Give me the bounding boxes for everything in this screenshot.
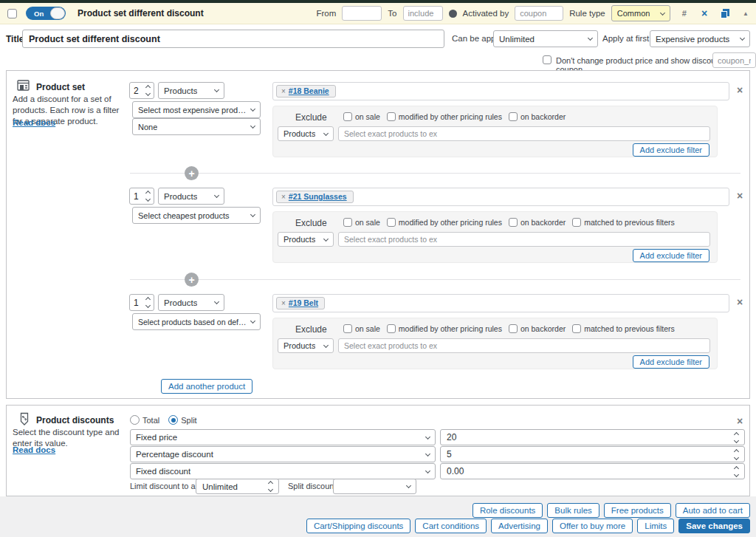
- discount-type-select[interactable]: Percentage discount: [130, 446, 436, 462]
- limits-button[interactable]: Limits: [637, 519, 674, 533]
- sort-method-select[interactable]: Select most expensive products: [132, 101, 261, 118]
- qty-stepper[interactable]: 1: [129, 188, 154, 205]
- remove-row-icon[interactable]: ×: [737, 297, 743, 307]
- exclude-checkboxes: on sale modified by other pricing rules …: [343, 324, 675, 333]
- remove-row-icon[interactable]: ×: [737, 191, 743, 201]
- apply-first-select[interactable]: Expensive products: [650, 30, 750, 47]
- can-be-applied-select[interactable]: Unlimited: [493, 30, 598, 47]
- stepper-arrows-icon[interactable]: [735, 450, 738, 459]
- backorder-checkbox[interactable]: [509, 324, 518, 333]
- bulk-rules-button[interactable]: Bulk rules: [547, 503, 599, 518]
- stepper-arrows-icon[interactable]: [146, 86, 150, 95]
- add-filter-plus-button[interactable]: +: [185, 273, 199, 287]
- remove-tag-icon[interactable]: ×: [281, 193, 286, 201]
- matched-previous-checkbox[interactable]: [572, 218, 581, 227]
- discount-value-input[interactable]: 20: [440, 429, 745, 445]
- product-tag-link[interactable]: #19 Belt: [289, 298, 318, 307]
- title-input[interactable]: [22, 30, 444, 48]
- on-sale-checkbox[interactable]: [343, 112, 352, 121]
- free-products-button[interactable]: Free products: [604, 503, 671, 518]
- product-select-field[interactable]: × #21 Sunglasses: [272, 188, 729, 206]
- collapse-icon[interactable]: ▲: [743, 10, 749, 17]
- toggle-on-label: On: [34, 10, 44, 18]
- filter-type-select[interactable]: Products: [158, 188, 224, 205]
- sort-method-select[interactable]: Select cheapest products: [132, 207, 261, 224]
- offer-to-buy-more-button[interactable]: Offer to buy more: [552, 519, 633, 533]
- product-set-panel: Product set Add a discount for a set of …: [6, 70, 750, 399]
- coupon-name-input[interactable]: [712, 52, 756, 68]
- exclude-type-select[interactable]: Products: [278, 232, 334, 247]
- sort-method-select[interactable]: Select products based on default sorting: [132, 313, 261, 330]
- add-filter-plus-button[interactable]: +: [185, 166, 199, 180]
- exclude-type-select[interactable]: Products: [278, 126, 334, 141]
- qty-stepper[interactable]: 2: [129, 82, 154, 99]
- chevron-down-icon: [323, 342, 329, 347]
- split-discount-by-select[interactable]: [333, 479, 416, 494]
- delete-rule-icon[interactable]: ×: [701, 7, 707, 19]
- modified-checkbox[interactable]: [387, 112, 396, 121]
- rule-id-icon[interactable]: #: [682, 9, 687, 18]
- limit-discount-input[interactable]: Unlimited: [196, 479, 279, 494]
- exclude-products-input[interactable]: [338, 126, 710, 141]
- split-radio[interactable]: [168, 415, 178, 425]
- from-input[interactable]: [342, 6, 382, 21]
- on-sale-checkbox[interactable]: [343, 218, 352, 227]
- product-set-read-docs-link[interactable]: Read docs: [13, 118, 55, 127]
- product-select-field[interactable]: × #18 Beanie: [272, 82, 729, 100]
- product-tag-link[interactable]: #18 Beanie: [289, 86, 329, 95]
- stepper-arrows-icon[interactable]: [735, 467, 738, 476]
- exclude-products-input[interactable]: [338, 338, 710, 353]
- extra-option-select[interactable]: None: [132, 118, 261, 135]
- save-changes-button[interactable]: Save changes: [678, 519, 750, 533]
- stepper-arrows-icon[interactable]: [269, 482, 272, 491]
- product-discounts-read-docs-link[interactable]: Read docs: [13, 445, 55, 454]
- discount-type-select[interactable]: Fixed price: [130, 429, 436, 445]
- qty-stepper[interactable]: 1: [129, 294, 154, 311]
- add-exclude-filter-button[interactable]: Add exclude filter: [633, 355, 709, 369]
- on-sale-checkbox[interactable]: [343, 324, 352, 333]
- product-tag-link[interactable]: #21 Sunglasses: [289, 192, 347, 201]
- role-discounts-button[interactable]: Role discounts: [472, 503, 543, 518]
- cart-conditions-button[interactable]: Cart conditions: [415, 519, 487, 533]
- stepper-arrows-icon[interactable]: [735, 433, 738, 442]
- remove-tag-icon[interactable]: ×: [281, 87, 286, 95]
- chevron-down-icon: [250, 106, 255, 112]
- add-exclude-filter-button[interactable]: Add exclude filter: [633, 249, 709, 262]
- auto-add-to-cart-button[interactable]: Auto add to cart: [676, 503, 750, 518]
- backorder-checkbox[interactable]: [509, 218, 518, 227]
- rule-enabled-toggle[interactable]: On: [26, 7, 66, 20]
- discount-value-input[interactable]: 5: [440, 446, 745, 462]
- rule-type-select[interactable]: Common: [611, 5, 670, 21]
- exclude-type-select[interactable]: Products: [278, 338, 334, 353]
- to-input[interactable]: [403, 6, 443, 21]
- product-discounts-panel: Product discounts Select the discount ty…: [6, 405, 750, 496]
- chevron-down-icon: [660, 10, 665, 15]
- modified-checkbox[interactable]: [387, 324, 396, 333]
- remove-tag-icon[interactable]: ×: [281, 299, 286, 307]
- filter-type-select[interactable]: Products: [158, 294, 224, 311]
- add-exclude-filter-button[interactable]: Add exclude filter: [633, 143, 709, 157]
- duplicate-rule-icon[interactable]: [721, 9, 729, 18]
- filter-type-select[interactable]: Products: [158, 82, 224, 99]
- matched-previous-checkbox[interactable]: [572, 324, 581, 333]
- product-select-field[interactable]: × #19 Belt: [272, 294, 729, 312]
- stepper-arrows-icon[interactable]: [146, 298, 150, 307]
- rule-select-checkbox[interactable]: [7, 9, 17, 18]
- advertising-button[interactable]: Advertising: [491, 519, 548, 533]
- remove-row-icon[interactable]: ×: [737, 85, 743, 95]
- info-icon[interactable]: [449, 10, 457, 18]
- show-as-coupon-checkbox[interactable]: [543, 55, 551, 64]
- discount-type-select[interactable]: Fixed discount: [130, 463, 436, 479]
- stepper-arrows-icon[interactable]: [146, 191, 150, 201]
- activated-by-input[interactable]: [515, 6, 563, 21]
- total-radio[interactable]: [130, 415, 140, 425]
- exclude-section: Exclude on sale modified by other pricin…: [272, 318, 718, 369]
- exclude-products-input[interactable]: [338, 232, 710, 247]
- discount-value-input[interactable]: 0.00: [440, 463, 745, 479]
- from-label: From: [317, 9, 337, 18]
- cart-shipping-discounts-button[interactable]: Cart/Shipping discounts: [306, 519, 410, 533]
- backorder-checkbox[interactable]: [509, 112, 518, 121]
- add-another-product-button[interactable]: Add another product: [161, 379, 252, 394]
- remove-section-icon[interactable]: ×: [737, 416, 743, 426]
- modified-checkbox[interactable]: [387, 218, 396, 227]
